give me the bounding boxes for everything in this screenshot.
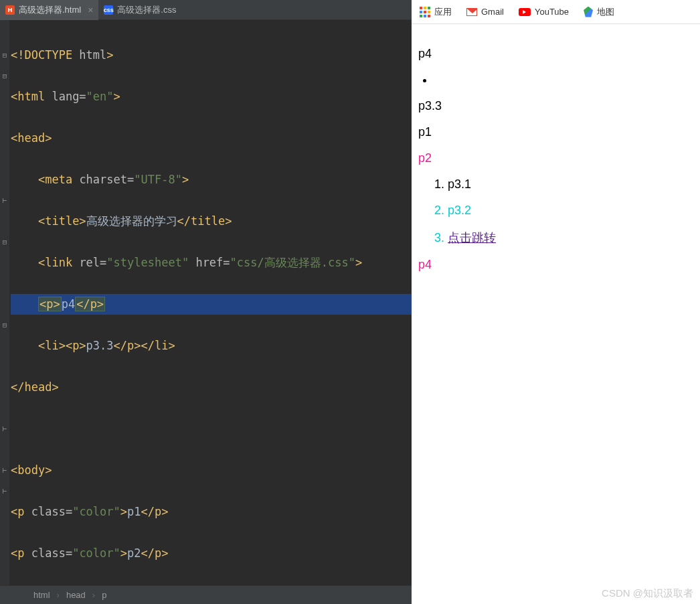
- close-icon[interactable]: ×: [88, 5, 93, 15]
- css-file-icon: css: [104, 5, 113, 15]
- editor-tabs: H 高级选择器.html × css 高级选择器.css: [0, 0, 412, 20]
- chevron-right-icon: ›: [57, 590, 60, 600]
- list-item: 点击跳转: [448, 230, 693, 246]
- tab-css-file[interactable]: css 高级选择器.css: [98, 0, 181, 20]
- tab-label: 高级选择器.html: [19, 4, 81, 16]
- list-item: p3.1: [448, 177, 693, 192]
- breadcrumb[interactable]: html › head › p: [0, 585, 412, 604]
- editor-pane: H 高级选择器.html × css 高级选择器.css ⊟ ⊟ ⊢ ⊟ ⊟: [0, 0, 412, 604]
- link-jump[interactable]: 点击跳转: [448, 231, 496, 244]
- text-p2: p2: [418, 151, 693, 165]
- maps-icon: [584, 7, 593, 17]
- html-file-icon: H: [5, 5, 15, 15]
- text-p4: p4: [418, 47, 693, 61]
- tab-html-file[interactable]: H 高级选择器.html ×: [0, 0, 98, 20]
- code-area[interactable]: ⊟ ⊟ ⊢ ⊟ ⊟ ⊢ ⊢ ⊢ <!DOCTYPE html> <html la…: [0, 20, 412, 585]
- list-item: p3.2: [448, 204, 693, 218]
- bookmark-maps[interactable]: 地图: [584, 6, 614, 18]
- apps-icon: [420, 7, 430, 17]
- code-content[interactable]: <!DOCTYPE html> <html lang="en"> <head> …: [9, 20, 412, 585]
- bookmark-gmail[interactable]: Gmail: [466, 7, 504, 17]
- gmail-icon: [466, 8, 477, 16]
- tab-label: 高级选择器.css: [117, 4, 176, 16]
- empty-list-item: [434, 73, 693, 87]
- browser-pane: 应用 Gmail YouTube 地图 p4 p3.3 p1 p2 p3.1 p…: [412, 0, 700, 604]
- breadcrumb-item[interactable]: p: [102, 590, 106, 600]
- breadcrumb-item[interactable]: head: [66, 590, 86, 600]
- bookmark-youtube[interactable]: YouTube: [519, 7, 569, 17]
- breadcrumb-item[interactable]: html: [33, 590, 50, 600]
- text-p1: p1: [418, 125, 693, 139]
- bookmarks-bar: 应用 Gmail YouTube 地图: [412, 0, 700, 24]
- youtube-icon: [519, 8, 531, 16]
- chevron-right-icon: ›: [92, 590, 95, 600]
- bookmark-apps[interactable]: 应用: [420, 6, 452, 18]
- text-p4b: p4: [418, 258, 693, 272]
- rendered-page: p4 p3.3 p1 p2 p3.1 p3.2 点击跳转 p4: [412, 24, 700, 295]
- text-p33: p3.3: [418, 99, 693, 113]
- fold-gutter: ⊟ ⊟ ⊢ ⊟ ⊟ ⊢ ⊢ ⊢: [0, 20, 9, 585]
